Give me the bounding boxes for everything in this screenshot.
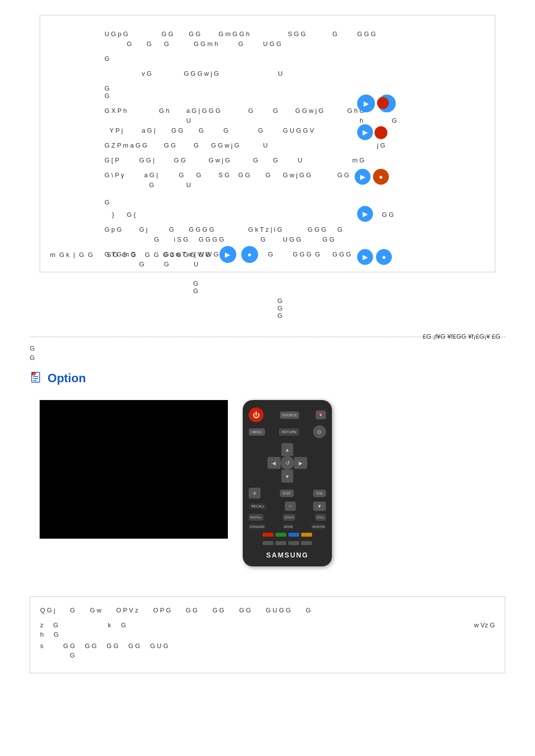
special-chars-section: £G ¡f¥G ¥f£GG ¥f¡£G¡¥ £G	[30, 337, 505, 337]
scattered-text-51: a G |	[144, 171, 158, 179]
d-pad-up[interactable]: ▲	[281, 443, 293, 456]
gray-button-3[interactable]	[288, 541, 299, 545]
red-circle-2[interactable]	[374, 126, 387, 139]
scattered-text-75: G G G G	[199, 236, 224, 243]
scattered-text-43: G G |	[139, 156, 155, 164]
recall-button[interactable]: RECALL	[249, 503, 267, 509]
gray-button-2[interactable]	[275, 541, 286, 545]
header-g: G	[70, 606, 75, 614]
menu-button[interactable]: MENU	[249, 428, 265, 436]
mute-button[interactable]: 🔇	[316, 410, 326, 419]
scattered-text-18: G	[105, 92, 109, 100]
document-icon: ✓	[30, 371, 44, 385]
scattered-text-57: G w j G G	[283, 171, 311, 179]
monitor-button[interactable]: MONITOR	[311, 524, 326, 530]
scattered-text-2: G G	[189, 30, 201, 38]
blue-circle-6[interactable]: ▶	[357, 206, 373, 222]
quick-button[interactable]: QUICK	[283, 514, 295, 521]
ok-button[interactable]: ⊙	[313, 425, 326, 438]
still-button[interactable]: STILL	[315, 514, 326, 521]
blue-circle-3[interactable]: ▶	[357, 124, 373, 140]
scattered-text-21: a G | G G G	[186, 107, 220, 114]
scattered-text-9: G	[164, 40, 169, 48]
return-button[interactable]: RETURN	[279, 428, 299, 436]
remote-top-row: ⏻ SOURCE 🔇	[249, 407, 326, 422]
install-button[interactable]: INSTALL	[249, 514, 264, 521]
d-pad-right[interactable]: ▶	[294, 457, 307, 469]
scattered-text-44: G G	[174, 156, 186, 164]
vol-minus-button[interactable]: −	[285, 502, 296, 511]
cell-g-ug: G U G	[150, 642, 168, 650]
g-label-1: G	[30, 345, 505, 352]
option-label: Option	[48, 371, 86, 385]
table-row-1: z G k G w Vz G	[40, 621, 495, 629]
cell-gg4: G G	[128, 642, 140, 650]
blue-color-button[interactable]	[288, 533, 299, 537]
scattered-text-61: G	[105, 199, 109, 206]
bottom-table-section: Q G j G G w O P V z O P G G G G G G G G …	[30, 596, 505, 673]
bottom-row-text-g2: G	[88, 251, 93, 258]
cell-k: k	[108, 621, 111, 629]
vol-plus-button[interactable]: +	[249, 488, 261, 499]
header-gg: G G	[186, 606, 198, 614]
samsung-remote: ⏻ SOURCE 🔇 MENU RETURN ⊙ ▲ ▼ ◀ ▶ ↺ + EXI…	[243, 400, 332, 566]
cell-g3: G	[54, 631, 58, 638]
scattered-text-63: G {	[127, 211, 136, 218]
remote-mode-row: STANDARD MOVIE MONITOR	[249, 524, 326, 530]
cell-gg2: G G	[85, 642, 97, 650]
header-gg2: G G	[213, 606, 224, 614]
green-color-button[interactable]	[275, 533, 286, 537]
movie-button[interactable]: MOVIE	[283, 524, 294, 530]
scattered-text-33: G	[223, 127, 228, 134]
blue-circle-bottom-1[interactable]: ▶	[219, 246, 236, 263]
blue-circle-1[interactable]: ▶	[357, 95, 375, 112]
bottom-row-text-ug: U G	[199, 251, 211, 258]
bottom-row-text-ggg: G G G G G	[163, 251, 195, 258]
cell-g-bottom: G	[70, 652, 75, 659]
scattered-text-32: G	[199, 127, 204, 134]
middle-section: G G G G G	[40, 272, 495, 332]
red-color-button[interactable]	[263, 533, 273, 537]
color-buttons	[263, 533, 312, 537]
mid-text-g-right3: G	[277, 312, 282, 319]
scattered-text-27: h	[360, 117, 363, 124]
svg-text:✓: ✓	[33, 373, 35, 376]
blue-circle-5[interactable]: ●	[373, 169, 389, 185]
remote-install-row: INSTALL QUICK STILL	[249, 514, 326, 521]
mid-text-g-right2: G	[277, 304, 282, 312]
bottom-row-text-g4: G	[131, 251, 136, 258]
gray-button-1[interactable]	[263, 541, 273, 545]
bottom-row-text-g5: G	[145, 251, 150, 258]
bottom-row-text-pipe: |	[73, 251, 75, 258]
yellow-color-button[interactable]	[301, 533, 312, 537]
scattered-text-73: G	[154, 236, 159, 243]
d-pad-center[interactable]: ↺	[280, 456, 294, 470]
scattered-text-65: G G	[382, 211, 394, 218]
d-pad-down[interactable]: ▼	[281, 470, 293, 483]
scattered-text-12: U G G	[263, 40, 281, 48]
scattered-text-17: G	[105, 85, 109, 92]
vol-button[interactable]: VOL	[313, 490, 326, 497]
exit-button[interactable]: EXIT	[280, 490, 294, 497]
standard-button[interactable]: STANDARD	[249, 524, 266, 530]
scattered-text-56: G	[266, 171, 270, 179]
scattered-text-58: G G	[337, 171, 349, 179]
scattered-text-29: Y P j	[109, 127, 123, 134]
content-section: ⏻ SOURCE 🔇 MENU RETURN ⊙ ▲ ▼ ◀ ▶ ↺ + EXI…	[40, 400, 495, 566]
scattered-text-0: U G p G	[105, 30, 128, 38]
cell-w-vz: w Vz G	[474, 621, 495, 629]
gray-button-4[interactable]	[301, 541, 312, 545]
ch-down-button[interactable]: ▼	[313, 502, 326, 511]
d-pad-left[interactable]: ◀	[268, 457, 280, 469]
source-button[interactable]: SOURCE	[280, 411, 300, 419]
power-button[interactable]: ⏻	[249, 407, 264, 422]
blue-circle-bottom-2[interactable]: ●	[241, 246, 258, 263]
cell-g1: G	[54, 621, 58, 629]
cell-g2: G	[121, 621, 126, 629]
cell-s: s	[40, 642, 44, 650]
scattered-text-14: v G	[142, 70, 152, 77]
header-gg3: G G	[239, 606, 251, 614]
scattered-text-59: G	[149, 181, 154, 189]
blue-circle-4[interactable]: ▶	[355, 169, 371, 185]
red-circle-1[interactable]	[377, 97, 389, 109]
